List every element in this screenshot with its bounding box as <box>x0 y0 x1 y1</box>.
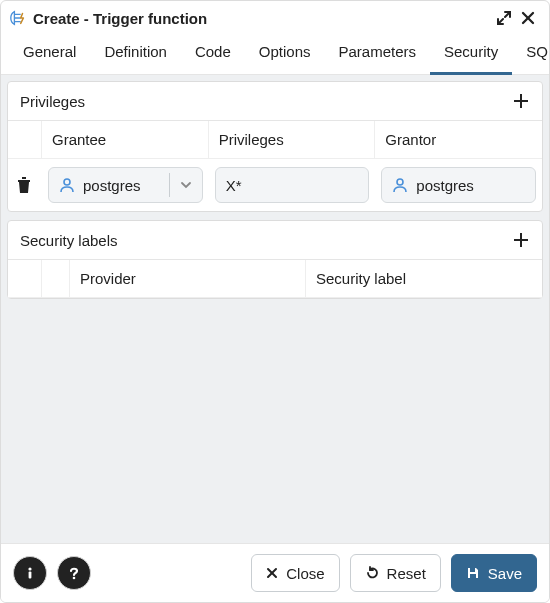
col-security-label: Security label <box>306 260 542 298</box>
grantee-value: postgres <box>83 177 141 194</box>
security-labels-title: Security labels <box>20 232 118 249</box>
privilege-row: postgres X* postgres <box>8 159 542 211</box>
privileges-value: X* <box>226 177 242 194</box>
security-labels-panel: Security labels Provider Security label <box>7 220 543 299</box>
col-grantee: Grantee <box>42 121 209 159</box>
chevron-down-icon <box>169 173 192 197</box>
svg-point-9 <box>64 179 70 185</box>
help-button[interactable] <box>57 556 91 590</box>
privileges-panel: Privileges Grantee Privileges Grantor <box>7 81 543 212</box>
close-icon[interactable] <box>519 9 537 27</box>
save-button[interactable]: Save <box>451 554 537 592</box>
trigger-function-icon <box>9 9 27 27</box>
tab-options[interactable]: Options <box>245 33 325 75</box>
tabs: General Definition Code Options Paramete… <box>1 33 549 75</box>
dialog-footer: Close Reset Save <box>1 543 549 602</box>
info-button[interactable] <box>13 556 47 590</box>
reset-button[interactable]: Reset <box>350 554 441 592</box>
col-privileges: Privileges <box>209 121 376 159</box>
svg-point-10 <box>397 179 403 185</box>
privileges-columns: Grantee Privileges Grantor <box>8 121 542 159</box>
close-button[interactable]: Close <box>251 554 339 592</box>
close-button-label: Close <box>286 565 324 582</box>
col-delete <box>8 260 42 298</box>
svg-rect-7 <box>18 180 30 182</box>
svg-rect-19 <box>470 574 476 578</box>
tab-definition[interactable]: Definition <box>90 33 181 75</box>
save-button-label: Save <box>488 565 522 582</box>
privileges-header: Privileges <box>8 82 542 121</box>
col-delete <box>8 121 42 159</box>
delete-row-button[interactable] <box>17 177 33 193</box>
expand-icon[interactable] <box>495 9 513 27</box>
svg-point-13 <box>28 567 31 570</box>
add-security-label-button[interactable] <box>512 231 530 249</box>
security-labels-columns: Provider Security label <box>8 260 542 298</box>
tab-security[interactable]: Security <box>430 33 512 75</box>
col-grantor: Grantor <box>375 121 542 159</box>
svg-rect-18 <box>470 568 475 572</box>
col-provider: Provider <box>70 260 306 298</box>
tab-general[interactable]: General <box>9 33 90 75</box>
svg-rect-14 <box>29 572 32 579</box>
grantor-value: postgres <box>416 177 474 194</box>
svg-point-15 <box>73 577 76 580</box>
tab-code[interactable]: Code <box>181 33 245 75</box>
privileges-input[interactable]: X* <box>215 167 370 203</box>
col-edit <box>42 260 70 298</box>
tab-body-security: Privileges Grantee Privileges Grantor <box>1 75 549 543</box>
tab-parameters[interactable]: Parameters <box>324 33 430 75</box>
add-privilege-button[interactable] <box>512 92 530 110</box>
tab-sql[interactable]: SQL <box>512 33 550 75</box>
grantor-display: postgres <box>381 167 536 203</box>
grantee-select[interactable]: postgres <box>48 167 203 203</box>
security-labels-header: Security labels <box>8 221 542 260</box>
privileges-title: Privileges <box>20 93 85 110</box>
svg-rect-8 <box>22 177 26 179</box>
dialog-titlebar: Create - Trigger function <box>1 1 549 33</box>
dialog-title: Create - Trigger function <box>33 10 207 27</box>
reset-button-label: Reset <box>387 565 426 582</box>
